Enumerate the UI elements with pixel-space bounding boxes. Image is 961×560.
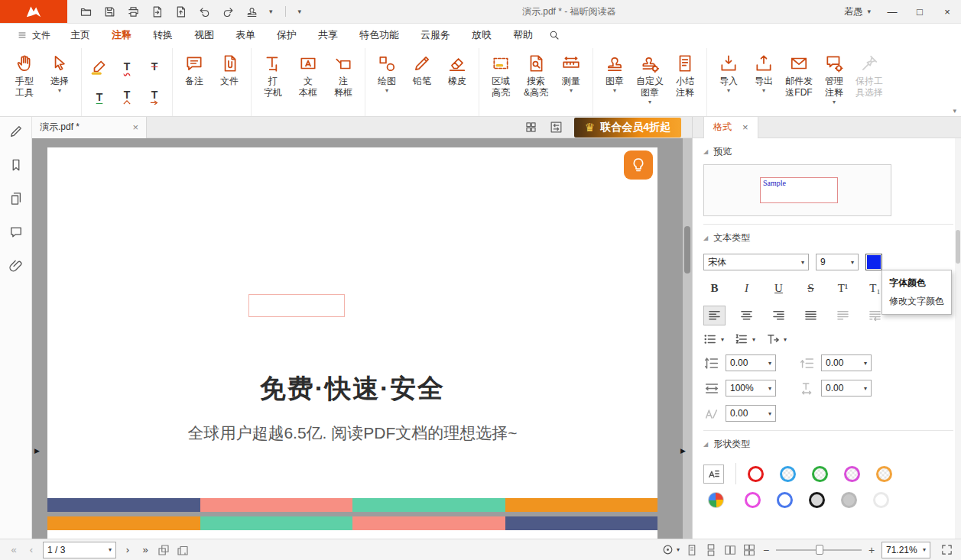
replace-text-tool[interactable]: T xyxy=(144,87,164,107)
highlight-text-tool[interactable] xyxy=(89,57,109,76)
ribbon-callout-button[interactable]: 注 释框 xyxy=(326,50,361,99)
search-icon[interactable] xyxy=(548,29,560,41)
grid-view-icon[interactable] xyxy=(524,120,538,134)
font-color-swatch[interactable] xyxy=(865,254,882,270)
single-page-view-icon[interactable] xyxy=(685,543,699,557)
insert-text-tool[interactable]: T xyxy=(117,87,137,107)
zoom-slider-thumb[interactable] xyxy=(816,545,823,555)
document-tab[interactable]: 演示.pdf * × xyxy=(32,117,147,138)
indent-button[interactable]: ▾ xyxy=(766,333,787,345)
clipboard-icon[interactable] xyxy=(176,543,190,557)
horizontal-scale-select[interactable]: 100% ▾ xyxy=(726,380,776,397)
shape-color-blue[interactable] xyxy=(777,492,793,508)
pdf-page-2[interactable] xyxy=(47,516,657,539)
menu-file[interactable]: 文件 xyxy=(8,24,60,47)
shape-color-gray[interactable] xyxy=(841,492,857,508)
align-center-button[interactable] xyxy=(735,306,758,325)
maximize-button[interactable]: □ xyxy=(906,0,933,23)
page-number-select[interactable]: 1 / 3 ▾ xyxy=(43,542,116,558)
first-page-button[interactable]: « xyxy=(8,544,20,555)
ribbon-note-button[interactable]: 备注 xyxy=(177,50,212,87)
ribbon-select-tool[interactable]: 选择 ▾ xyxy=(42,50,77,95)
preview-section-header[interactable]: ◢ 预览 xyxy=(703,138,953,163)
shape-color-cyan[interactable] xyxy=(780,466,796,482)
menu-home[interactable]: 主页 xyxy=(60,24,101,47)
shape-color-red[interactable] xyxy=(748,466,764,482)
scrollbar-thumb[interactable] xyxy=(684,226,690,274)
ribbon-draw-button[interactable]: 绘图 ▾ xyxy=(369,50,404,95)
zoom-in-button[interactable]: + xyxy=(867,544,876,556)
sidebar-expand-handle[interactable]: ▶ xyxy=(34,447,40,455)
shape-color-white[interactable] xyxy=(873,492,889,508)
menu-view[interactable]: 视图 xyxy=(183,24,225,47)
facing-view-icon[interactable] xyxy=(723,543,737,557)
align-justify-button[interactable] xyxy=(800,306,822,325)
ribbon-summarize-comments-button[interactable]: 小结 注释 xyxy=(667,50,703,99)
shape-color-green[interactable] xyxy=(812,466,828,482)
align-left-button[interactable] xyxy=(703,306,726,325)
export-pdf-icon[interactable] xyxy=(151,5,164,18)
ribbon-typewriter-button[interactable]: 打 字机 xyxy=(255,50,291,99)
print-icon[interactable] xyxy=(127,5,140,18)
kerning-select[interactable]: 0.00 ▾ xyxy=(726,405,776,422)
close-button[interactable]: × xyxy=(933,0,961,23)
italic-button[interactable]: I xyxy=(735,278,758,298)
ribbon-area-highlight-button[interactable]: 区域 高亮 xyxy=(483,50,518,99)
menu-slideshow[interactable]: 放映 xyxy=(461,24,502,47)
ribbon-custom-stamp-button[interactable]: 自定义 图章 ▾ xyxy=(632,50,667,106)
menu-help[interactable]: 帮助 xyxy=(502,24,544,47)
ribbon-hand-tool[interactable]: 手型 工具 xyxy=(7,50,42,99)
ribbon-import-button[interactable]: 导入 ▾ xyxy=(711,50,746,95)
shape-color-magenta[interactable] xyxy=(844,466,860,482)
minimize-button[interactable]: — xyxy=(878,0,906,23)
ribbon-email-fdf-button[interactable]: 邮件发 送FDF xyxy=(781,50,817,99)
character-spacing-select[interactable]: 0.00 ▾ xyxy=(821,380,872,397)
redo-icon[interactable] xyxy=(222,5,235,18)
ribbon-collapse-caret-icon[interactable]: ▾ xyxy=(953,107,956,115)
text-type-section-header[interactable]: ◢ 文本类型 xyxy=(703,225,953,249)
continuous-view-icon[interactable] xyxy=(704,543,718,557)
document-scrollbar[interactable] xyxy=(683,138,692,539)
attachments-panel-icon[interactable] xyxy=(8,258,24,274)
comments-panel-icon[interactable] xyxy=(8,225,24,240)
open-file-icon[interactable] xyxy=(80,5,93,18)
stamp-tool-icon[interactable] xyxy=(245,5,258,18)
numbered-list-button[interactable]: ▾ xyxy=(735,333,755,345)
strikethrough-button[interactable]: S xyxy=(800,278,822,298)
squiggly-underline-tool[interactable]: T xyxy=(117,57,137,76)
menu-comment[interactable]: 注释 xyxy=(101,24,142,47)
bullet-list-button[interactable]: ▾ xyxy=(703,333,724,345)
panel-scrollbar[interactable] xyxy=(955,138,961,539)
zoom-level-select[interactable]: 71.21% ▾ xyxy=(881,542,930,558)
menu-form[interactable]: 表单 xyxy=(225,24,266,47)
menu-cloud[interactable]: 云服务 xyxy=(410,24,461,47)
panel-collapse-handle[interactable]: ▶ xyxy=(680,447,686,455)
bookmarks-panel-icon[interactable] xyxy=(8,157,24,173)
zoom-slider[interactable] xyxy=(776,545,862,555)
shape-color-multicolor[interactable] xyxy=(708,492,724,508)
shape-color-black[interactable] xyxy=(809,492,825,508)
text-style-button[interactable] xyxy=(703,465,724,484)
menu-protect[interactable]: 保护 xyxy=(266,24,307,47)
annotate-pencil-icon[interactable] xyxy=(8,124,24,139)
ribbon-textbox-button[interactable]: 文 本框 xyxy=(291,50,326,99)
account-menu[interactable]: 若愚 ▾ xyxy=(836,5,878,18)
ribbon-pencil-button[interactable]: 铅笔 xyxy=(404,50,440,87)
previous-page-button[interactable]: ‹ xyxy=(25,544,37,555)
font-size-select[interactable]: 9 ▾ xyxy=(816,254,859,270)
ribbon-export-button[interactable]: 导出 ▾ xyxy=(746,50,781,95)
create-pdf-icon[interactable] xyxy=(174,5,187,18)
format-tab-close-icon[interactable]: × xyxy=(742,121,748,133)
ribbon-file-attach-button[interactable]: 文件 xyxy=(212,50,247,87)
shape-color-orange[interactable] xyxy=(876,466,892,482)
last-page-button[interactable]: » xyxy=(139,544,151,555)
shape-type-section-header[interactable]: ◢ 形状类型 xyxy=(703,431,953,455)
line-spacing-select[interactable]: 0.00 ▾ xyxy=(726,354,776,371)
ribbon-search-highlight-button[interactable]: 搜索 &高亮 xyxy=(518,50,554,99)
empty-textbox-annotation[interactable] xyxy=(248,294,345,317)
document-viewport[interactable]: 免费·快速·安全 全球用户超越6.5亿. 阅读PDF文档的理想选择~ xyxy=(32,138,692,539)
ribbon-measure-button[interactable]: 测量 ▾ xyxy=(554,50,589,95)
view-mode-button[interactable]: ▾ xyxy=(661,543,680,556)
zoom-out-button[interactable]: − xyxy=(761,544,771,556)
undo-icon[interactable] xyxy=(198,5,211,18)
